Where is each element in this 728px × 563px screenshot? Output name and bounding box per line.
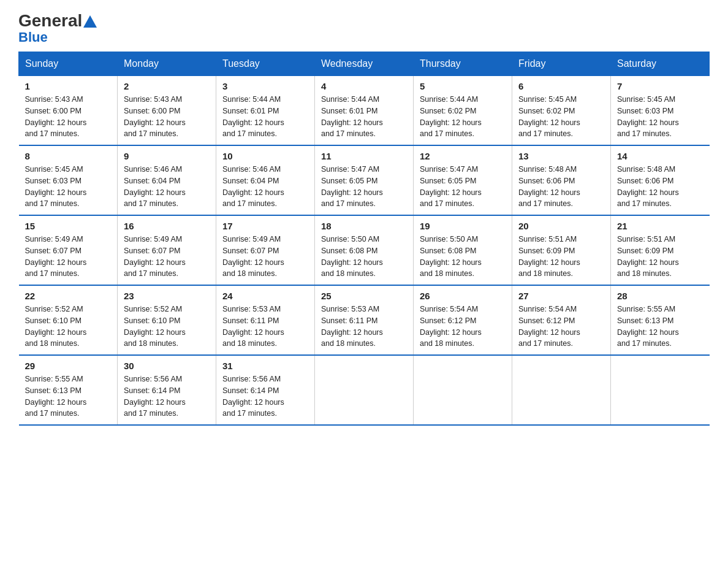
day-number: 25 xyxy=(321,291,407,301)
day-info: Sunrise: 5:48 AMSunset: 6:06 PMDaylight:… xyxy=(518,165,580,208)
day-info: Sunrise: 5:44 AMSunset: 6:01 PMDaylight:… xyxy=(321,95,383,138)
day-info: Sunrise: 5:46 AMSunset: 6:04 PMDaylight:… xyxy=(222,165,284,208)
day-info: Sunrise: 5:45 AMSunset: 6:03 PMDaylight:… xyxy=(617,95,679,138)
day-info: Sunrise: 5:49 AMSunset: 6:07 PMDaylight:… xyxy=(222,235,284,278)
day-info: Sunrise: 5:53 AMSunset: 6:11 PMDaylight:… xyxy=(321,305,383,348)
day-number: 4 xyxy=(321,81,407,91)
day-number: 23 xyxy=(124,291,210,301)
day-info: Sunrise: 5:54 AMSunset: 6:12 PMDaylight:… xyxy=(518,305,580,348)
calendar-cell: 18 Sunrise: 5:50 AMSunset: 6:08 PMDaylig… xyxy=(315,215,414,285)
day-info: Sunrise: 5:47 AMSunset: 6:05 PMDaylight:… xyxy=(420,165,482,208)
calendar-cell: 16 Sunrise: 5:49 AMSunset: 6:07 PMDaylig… xyxy=(118,215,216,285)
day-number: 27 xyxy=(518,291,604,301)
calendar-cell: 22 Sunrise: 5:52 AMSunset: 6:10 PMDaylig… xyxy=(19,285,118,355)
calendar-cell: 27 Sunrise: 5:54 AMSunset: 6:12 PMDaylig… xyxy=(512,285,611,355)
day-number: 17 xyxy=(222,221,308,231)
calendar-cell: 5 Sunrise: 5:44 AMSunset: 6:02 PMDayligh… xyxy=(414,76,512,146)
calendar-cell: 30 Sunrise: 5:56 AMSunset: 6:14 PMDaylig… xyxy=(118,355,216,425)
day-number: 29 xyxy=(25,361,112,371)
day-number: 7 xyxy=(617,81,703,91)
day-number: 24 xyxy=(222,291,308,301)
day-info: Sunrise: 5:45 AMSunset: 6:02 PMDaylight:… xyxy=(518,95,580,138)
day-info: Sunrise: 5:52 AMSunset: 6:10 PMDaylight:… xyxy=(124,305,186,348)
calendar-cell: 13 Sunrise: 5:48 AMSunset: 6:06 PMDaylig… xyxy=(512,145,611,215)
day-info: Sunrise: 5:43 AMSunset: 6:00 PMDaylight:… xyxy=(25,95,87,138)
calendar-cell: 1 Sunrise: 5:43 AMSunset: 6:00 PMDayligh… xyxy=(19,76,118,146)
calendar-cell: 20 Sunrise: 5:51 AMSunset: 6:09 PMDaylig… xyxy=(512,215,611,285)
day-number: 13 xyxy=(518,151,604,161)
calendar-cell: 21 Sunrise: 5:51 AMSunset: 6:09 PMDaylig… xyxy=(611,215,710,285)
day-info: Sunrise: 5:54 AMSunset: 6:12 PMDaylight:… xyxy=(420,305,482,348)
calendar-cell: 4 Sunrise: 5:44 AMSunset: 6:01 PMDayligh… xyxy=(315,76,414,146)
day-info: Sunrise: 5:52 AMSunset: 6:10 PMDaylight:… xyxy=(25,305,87,348)
day-info: Sunrise: 5:51 AMSunset: 6:09 PMDaylight:… xyxy=(617,235,679,278)
calendar-cell: 8 Sunrise: 5:45 AMSunset: 6:03 PMDayligh… xyxy=(19,145,118,215)
header-friday: Friday xyxy=(512,52,611,76)
day-number: 12 xyxy=(420,151,506,161)
day-number: 3 xyxy=(222,81,308,91)
calendar-cell: 9 Sunrise: 5:46 AMSunset: 6:04 PMDayligh… xyxy=(118,145,216,215)
day-info: Sunrise: 5:56 AMSunset: 6:14 PMDaylight:… xyxy=(222,375,284,418)
header-thursday: Thursday xyxy=(414,52,512,76)
day-number: 18 xyxy=(321,221,407,231)
calendar-cell: 6 Sunrise: 5:45 AMSunset: 6:02 PMDayligh… xyxy=(512,76,611,146)
calendar-cell: 31 Sunrise: 5:56 AMSunset: 6:14 PMDaylig… xyxy=(216,355,315,425)
day-info: Sunrise: 5:44 AMSunset: 6:01 PMDaylight:… xyxy=(222,95,284,138)
day-info: Sunrise: 5:49 AMSunset: 6:07 PMDaylight:… xyxy=(25,235,87,278)
day-number: 28 xyxy=(617,291,703,301)
day-number: 10 xyxy=(222,151,308,161)
logo-blue: Blue xyxy=(18,29,48,45)
calendar-cell: 24 Sunrise: 5:53 AMSunset: 6:11 PMDaylig… xyxy=(216,285,315,355)
day-info: Sunrise: 5:55 AMSunset: 6:13 PMDaylight:… xyxy=(25,375,87,418)
day-info: Sunrise: 5:56 AMSunset: 6:14 PMDaylight:… xyxy=(124,375,186,418)
calendar-cell: 19 Sunrise: 5:50 AMSunset: 6:08 PMDaylig… xyxy=(414,215,512,285)
header-wednesday: Wednesday xyxy=(315,52,414,76)
day-number: 1 xyxy=(25,81,112,91)
calendar-cell: 7 Sunrise: 5:45 AMSunset: 6:03 PMDayligh… xyxy=(611,76,710,146)
day-number: 11 xyxy=(321,151,407,161)
day-number: 26 xyxy=(420,291,506,301)
header-tuesday: Tuesday xyxy=(216,52,315,76)
calendar-cell: 23 Sunrise: 5:52 AMSunset: 6:10 PMDaylig… xyxy=(118,285,216,355)
calendar-week-row: 29 Sunrise: 5:55 AMSunset: 6:13 PMDaylig… xyxy=(19,355,710,425)
day-info: Sunrise: 5:48 AMSunset: 6:06 PMDaylight:… xyxy=(617,165,679,208)
day-number: 30 xyxy=(124,361,210,371)
calendar-cell xyxy=(315,355,414,425)
day-number: 21 xyxy=(617,221,703,231)
calendar-cell xyxy=(414,355,512,425)
calendar-cell: 12 Sunrise: 5:47 AMSunset: 6:05 PMDaylig… xyxy=(414,145,512,215)
day-number: 6 xyxy=(518,81,604,91)
page-header: General Blue xyxy=(18,12,710,45)
day-number: 19 xyxy=(420,221,506,231)
header-saturday: Saturday xyxy=(611,52,710,76)
calendar-cell xyxy=(512,355,611,425)
day-info: Sunrise: 5:43 AMSunset: 6:00 PMDaylight:… xyxy=(124,95,186,138)
calendar-cell: 14 Sunrise: 5:48 AMSunset: 6:06 PMDaylig… xyxy=(611,145,710,215)
calendar-week-row: 1 Sunrise: 5:43 AMSunset: 6:00 PMDayligh… xyxy=(19,76,710,146)
calendar-cell: 3 Sunrise: 5:44 AMSunset: 6:01 PMDayligh… xyxy=(216,76,315,146)
day-info: Sunrise: 5:50 AMSunset: 6:08 PMDaylight:… xyxy=(321,235,383,278)
day-info: Sunrise: 5:50 AMSunset: 6:08 PMDaylight:… xyxy=(420,235,482,278)
day-info: Sunrise: 5:53 AMSunset: 6:11 PMDaylight:… xyxy=(222,305,284,348)
day-info: Sunrise: 5:51 AMSunset: 6:09 PMDaylight:… xyxy=(518,235,580,278)
calendar-cell: 15 Sunrise: 5:49 AMSunset: 6:07 PMDaylig… xyxy=(19,215,118,285)
header-monday: Monday xyxy=(118,52,216,76)
calendar-cell: 25 Sunrise: 5:53 AMSunset: 6:11 PMDaylig… xyxy=(315,285,414,355)
day-number: 9 xyxy=(124,151,210,161)
logo-triangle-icon xyxy=(83,15,97,28)
day-info: Sunrise: 5:55 AMSunset: 6:13 PMDaylight:… xyxy=(617,305,679,348)
svg-marker-0 xyxy=(83,15,97,28)
day-number: 20 xyxy=(518,221,604,231)
calendar-cell: 2 Sunrise: 5:43 AMSunset: 6:00 PMDayligh… xyxy=(118,76,216,146)
logo-general: General xyxy=(18,12,82,29)
day-number: 14 xyxy=(617,151,703,161)
calendar-header-row: SundayMondayTuesdayWednesdayThursdayFrid… xyxy=(19,52,710,76)
calendar-cell: 28 Sunrise: 5:55 AMSunset: 6:13 PMDaylig… xyxy=(611,285,710,355)
calendar-cell: 29 Sunrise: 5:55 AMSunset: 6:13 PMDaylig… xyxy=(19,355,118,425)
header-sunday: Sunday xyxy=(19,52,118,76)
calendar-week-row: 8 Sunrise: 5:45 AMSunset: 6:03 PMDayligh… xyxy=(19,145,710,215)
day-number: 22 xyxy=(25,291,112,301)
calendar-cell: 17 Sunrise: 5:49 AMSunset: 6:07 PMDaylig… xyxy=(216,215,315,285)
calendar-cell: 10 Sunrise: 5:46 AMSunset: 6:04 PMDaylig… xyxy=(216,145,315,215)
day-number: 15 xyxy=(25,221,112,231)
